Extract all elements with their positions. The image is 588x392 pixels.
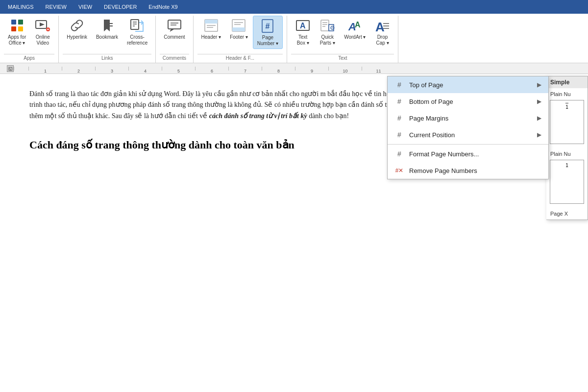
quick-parts-icon: ⚙ xyxy=(319,18,335,33)
header-label: Header ▾ xyxy=(201,34,221,40)
format-page-numbers-icon: # xyxy=(394,149,404,159)
bookmark-label: Bookmark xyxy=(96,34,118,40)
plain-number-1-item[interactable]: Plain Nu 1 xyxy=(546,88,588,148)
svg-rect-14 xyxy=(168,20,181,29)
text-box-label: TextBox ▾ xyxy=(297,34,309,46)
ribbon-group-apps: Apps forOffice ▾ OnlineVideo Apps xyxy=(0,16,59,63)
header-footer-group-label: Header & F... xyxy=(197,54,283,63)
remove-page-numbers-item[interactable]: #✕ Remove Page Numbers xyxy=(388,162,548,179)
cross-reference-label: Cross-reference xyxy=(127,34,147,46)
ruler-corner[interactable]: ◱ xyxy=(7,65,14,72)
tab-review[interactable]: REVIEW xyxy=(40,0,73,14)
svg-rect-18 xyxy=(205,20,218,24)
tab-view[interactable]: VIEW xyxy=(73,0,98,14)
page-preview-middle: 1 xyxy=(550,160,584,204)
cross-reference-button[interactable]: Cross-reference xyxy=(123,16,151,48)
quick-parts-label: QuickParts ▾ xyxy=(320,34,335,46)
links-group-label: Links xyxy=(63,54,151,63)
wordart-label: WordArt ▾ xyxy=(344,34,366,40)
drop-cap-icon: A xyxy=(374,18,390,33)
current-position-arrow: ▶ xyxy=(537,131,541,138)
tab-mailings[interactable]: MAILINGS xyxy=(2,0,40,14)
current-position-label: Current Position xyxy=(409,131,532,139)
svg-text:#: # xyxy=(265,22,270,30)
page-number-button[interactable]: # PageNumber ▾ xyxy=(253,16,283,49)
footer-label: Footer ▾ xyxy=(230,34,248,40)
svg-text:A: A xyxy=(375,20,385,33)
ruler-mark-6: 6 xyxy=(195,67,228,71)
current-position-icon: # xyxy=(394,130,404,140)
svg-text:⚙: ⚙ xyxy=(330,24,335,31)
bottom-of-page-icon: # xyxy=(394,97,404,106)
footer-icon xyxy=(231,18,246,33)
bottom-of-page-item[interactable]: # Bottom of Page ▶ xyxy=(388,93,548,110)
apps-for-office-button[interactable]: Apps forOffice ▾ xyxy=(4,16,30,48)
page-preview-top: 1 xyxy=(550,100,584,144)
ruler-mark-5: 5 xyxy=(162,67,195,71)
ribbon-group-links: Hyperlink Bookmark Cross-reference Links xyxy=(59,16,156,63)
wordart-icon: AA xyxy=(347,18,363,33)
online-video-label: OnlineVideo xyxy=(36,34,50,46)
page-number-dropdown: # Top of Page ▶ # Bottom of Page ▶ # Pag… xyxy=(387,76,549,179)
hyperlink-icon xyxy=(69,18,85,33)
svg-rect-29 xyxy=(321,20,329,31)
top-of-page-arrow: ▶ xyxy=(537,81,541,88)
svg-rect-3 xyxy=(18,26,23,31)
quick-parts-button[interactable]: ⚙ QuickParts ▾ xyxy=(316,16,339,48)
svg-rect-22 xyxy=(232,27,245,31)
page-margins-item[interactable]: # Page Margins ▶ xyxy=(388,110,548,126)
footer-button[interactable]: Footer ▾ xyxy=(226,16,252,42)
apps-icon xyxy=(9,18,25,33)
bookmark-icon xyxy=(99,18,115,33)
header-icon xyxy=(203,18,219,33)
comment-label: Comment xyxy=(164,34,185,40)
ruler-mark-11: 11 xyxy=(362,67,395,71)
online-video-button[interactable]: OnlineVideo xyxy=(31,16,54,48)
current-position-item[interactable]: # Current Position ▶ xyxy=(388,126,548,143)
simple-panel: Simple Plain Nu 1 Plain Nu 1 Page X xyxy=(546,76,588,220)
comment-button[interactable]: Comment xyxy=(160,16,189,42)
ruler-marks: 1 2 3 4 5 6 7 8 9 10 11 xyxy=(14,67,588,71)
page-margins-arrow: ▶ xyxy=(537,115,541,122)
page-x-item[interactable]: Page X xyxy=(546,208,588,220)
wordart-button[interactable]: AA WordArt ▾ xyxy=(340,16,369,42)
comments-group-label: Comments xyxy=(160,54,189,63)
plain-number-2-item[interactable]: Plain Nu 1 xyxy=(546,148,588,208)
svg-rect-1 xyxy=(18,20,23,24)
ribbon-group-comments: Comment Comments xyxy=(156,16,193,63)
online-video-icon xyxy=(35,18,50,33)
ruler-mark-10: 10 xyxy=(328,67,362,71)
apps-for-office-label: Apps forOffice ▾ xyxy=(8,34,26,46)
page-margins-label: Page Margins xyxy=(409,115,532,122)
hyperlink-button[interactable]: Hyperlink xyxy=(63,16,91,42)
text-group-label: Text xyxy=(291,54,394,63)
simple-panel-header: Simple xyxy=(546,76,588,88)
svg-rect-0 xyxy=(11,20,16,24)
drop-cap-label: DropCap ▾ xyxy=(376,34,389,46)
svg-rect-2 xyxy=(11,26,16,31)
header-button[interactable]: Header ▾ xyxy=(197,16,225,42)
text-box-button[interactable]: A TextBox ▾ xyxy=(291,16,315,48)
top-of-page-icon: # xyxy=(394,80,404,90)
drop-cap-button[interactable]: A DropCap ▾ xyxy=(370,16,394,48)
remove-page-numbers-label: Remove Page Numbers xyxy=(409,167,541,174)
bookmark-button[interactable]: Bookmark xyxy=(92,16,122,42)
tab-endnote[interactable]: EndNote X9 xyxy=(143,0,183,14)
page-number-label: PageNumber ▾ xyxy=(257,35,278,47)
hyperlink-label: Hyperlink xyxy=(67,34,87,40)
ruler-mark-9: 9 xyxy=(295,67,328,71)
top-of-page-item[interactable]: # Top of Page ▶ xyxy=(388,76,548,93)
format-page-numbers-item[interactable]: # Format Page Numbers... xyxy=(388,146,548,162)
text-box-icon: A xyxy=(295,18,311,33)
plain-number-2-label: Plain Nu xyxy=(548,150,586,158)
tab-developer[interactable]: DEVELOPER xyxy=(98,0,143,14)
svg-rect-10 xyxy=(131,20,139,29)
ruler-mark-7: 7 xyxy=(228,67,262,71)
svg-text:A: A xyxy=(300,22,306,30)
bottom-of-page-label: Bottom of Page xyxy=(409,98,532,105)
ruler-mark-1: 1 xyxy=(28,67,62,71)
top-of-page-label: Top of Page xyxy=(409,81,532,89)
svg-marker-5 xyxy=(40,23,45,26)
page-margins-icon: # xyxy=(394,113,404,123)
ribbon-group-text: A TextBox ▾ ⚙ QuickParts ▾ AA WordArt ▾ xyxy=(287,16,398,63)
